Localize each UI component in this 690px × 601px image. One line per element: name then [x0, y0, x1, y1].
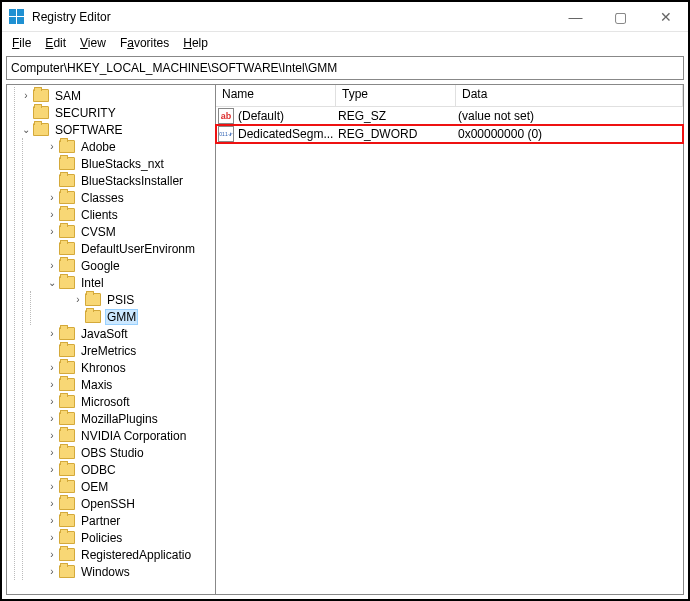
tree-item[interactable]: ›SECURITY [15, 104, 215, 121]
chevron-right-icon[interactable]: › [45, 396, 59, 407]
menu-help[interactable]: Help [177, 34, 214, 52]
chevron-right-icon[interactable]: › [45, 141, 59, 152]
values-pane[interactable]: Name Type Data (Default)REG_SZ(value not… [216, 84, 684, 595]
chevron-right-icon[interactable]: › [19, 90, 33, 101]
tree-item-label: OEM [79, 480, 110, 494]
tree-item[interactable]: ›Policies [23, 529, 215, 546]
titlebar[interactable]: Registry Editor — ▢ ✕ [2, 2, 688, 32]
close-button[interactable]: ✕ [643, 2, 688, 31]
chevron-right-icon[interactable]: › [45, 430, 59, 441]
chevron-right-icon[interactable]: › [45, 192, 59, 203]
tree-item-label: GMM [105, 309, 138, 325]
folder-icon [59, 480, 75, 493]
value-name: (Default) [238, 109, 284, 123]
address-text: Computer\HKEY_LOCAL_MACHINE\SOFTWARE\Int… [11, 61, 337, 75]
tree-item-label: Google [79, 259, 122, 273]
folder-icon [59, 259, 75, 272]
chevron-right-icon[interactable]: › [71, 294, 85, 305]
address-bar[interactable]: Computer\HKEY_LOCAL_MACHINE\SOFTWARE\Int… [6, 56, 684, 80]
tree-item[interactable]: ›Partner [23, 512, 215, 529]
value-row[interactable]: (Default)REG_SZ(value not set) [216, 107, 683, 125]
folder-icon [59, 446, 75, 459]
chevron-down-icon[interactable]: ⌄ [45, 277, 59, 288]
tree-pane[interactable]: ›SAM›SECURITY⌄SOFTWARE›Adobe›BlueStacks_… [6, 84, 216, 595]
tree-item[interactable]: ›CVSM [23, 223, 215, 240]
tree-item[interactable]: ›Clients [23, 206, 215, 223]
tree-item[interactable]: ›ODBC [23, 461, 215, 478]
menubar: File Edit View Favorites Help [2, 32, 688, 54]
string-value-icon [218, 108, 234, 124]
menu-favorites[interactable]: Favorites [114, 34, 175, 52]
tree-item[interactable]: ›JavaSoft [23, 325, 215, 342]
chevron-right-icon[interactable]: › [45, 481, 59, 492]
value-data: 0x00000000 (0) [458, 127, 681, 141]
tree-item[interactable]: ›BlueStacks_nxt [23, 155, 215, 172]
tree-item[interactable]: ›Google [23, 257, 215, 274]
folder-icon [59, 225, 75, 238]
value-name: DedicatedSegm... [238, 127, 333, 141]
tree-item[interactable]: ›Windows [23, 563, 215, 580]
folder-icon [59, 463, 75, 476]
tree-item[interactable]: ›SAM [15, 87, 215, 104]
folder-icon [59, 344, 75, 357]
chevron-down-icon[interactable]: ⌄ [19, 124, 33, 135]
chevron-right-icon[interactable]: › [45, 515, 59, 526]
tree-item[interactable]: ›RegisteredApplicatio [23, 546, 215, 563]
tree-item[interactable]: ›OBS Studio [23, 444, 215, 461]
chevron-right-icon[interactable]: › [45, 413, 59, 424]
folder-icon [59, 412, 75, 425]
column-name[interactable]: Name [216, 85, 336, 106]
folder-icon [59, 395, 75, 408]
chevron-right-icon[interactable]: › [45, 549, 59, 560]
chevron-right-icon[interactable]: › [45, 260, 59, 271]
menu-edit[interactable]: Edit [39, 34, 72, 52]
tree-item[interactable]: ›Microsoft [23, 393, 215, 410]
tree-item[interactable]: ›BlueStacksInstaller [23, 172, 215, 189]
menu-file[interactable]: File [6, 34, 37, 52]
tree-item-label: BlueStacks_nxt [79, 157, 166, 171]
tree-item-label: Clients [79, 208, 120, 222]
chevron-right-icon[interactable]: › [45, 328, 59, 339]
value-row[interactable]: DedicatedSegm...REG_DWORD0x00000000 (0) [216, 125, 683, 143]
maximize-button[interactable]: ▢ [598, 2, 643, 31]
tree-item[interactable]: ›PSIS [31, 291, 215, 308]
tree-item[interactable]: ⌄Intel [23, 274, 215, 291]
tree-item[interactable]: ›Adobe [23, 138, 215, 155]
chevron-right-icon[interactable]: › [45, 447, 59, 458]
chevron-right-icon[interactable]: › [45, 379, 59, 390]
tree-item-label: SAM [53, 89, 83, 103]
tree-item-label: JavaSoft [79, 327, 130, 341]
value-data: (value not set) [458, 109, 681, 123]
folder-icon [59, 565, 75, 578]
tree-item[interactable]: ›Khronos [23, 359, 215, 376]
minimize-button[interactable]: — [553, 2, 598, 31]
folder-icon [59, 140, 75, 153]
tree-item-label: Policies [79, 531, 124, 545]
column-type[interactable]: Type [336, 85, 456, 106]
menu-view[interactable]: View [74, 34, 112, 52]
tree-item[interactable]: ›DefaultUserEnvironm [23, 240, 215, 257]
tree-item-label: BlueStacksInstaller [79, 174, 185, 188]
tree-item[interactable]: ›JreMetrics [23, 342, 215, 359]
tree-item[interactable]: ›Classes [23, 189, 215, 206]
chevron-right-icon[interactable]: › [45, 532, 59, 543]
chevron-right-icon[interactable]: › [45, 566, 59, 577]
folder-icon [33, 106, 49, 119]
chevron-right-icon[interactable]: › [45, 498, 59, 509]
tree-item-label: Partner [79, 514, 122, 528]
tree-item[interactable]: ⌄SOFTWARE [15, 121, 215, 138]
chevron-right-icon[interactable]: › [45, 464, 59, 475]
tree-item[interactable]: ›GMM [31, 308, 215, 325]
chevron-right-icon[interactable]: › [45, 362, 59, 373]
tree-item[interactable]: ›MozillaPlugins [23, 410, 215, 427]
tree-item[interactable]: ›OpenSSH [23, 495, 215, 512]
column-data[interactable]: Data [456, 85, 683, 106]
chevron-right-icon[interactable]: › [45, 226, 59, 237]
list-header[interactable]: Name Type Data [216, 85, 683, 107]
chevron-right-icon[interactable]: › [45, 209, 59, 220]
tree-item[interactable]: ›NVIDIA Corporation [23, 427, 215, 444]
tree-item[interactable]: ›OEM [23, 478, 215, 495]
value-type: REG_DWORD [338, 127, 458, 141]
folder-icon [59, 174, 75, 187]
tree-item[interactable]: ›Maxis [23, 376, 215, 393]
